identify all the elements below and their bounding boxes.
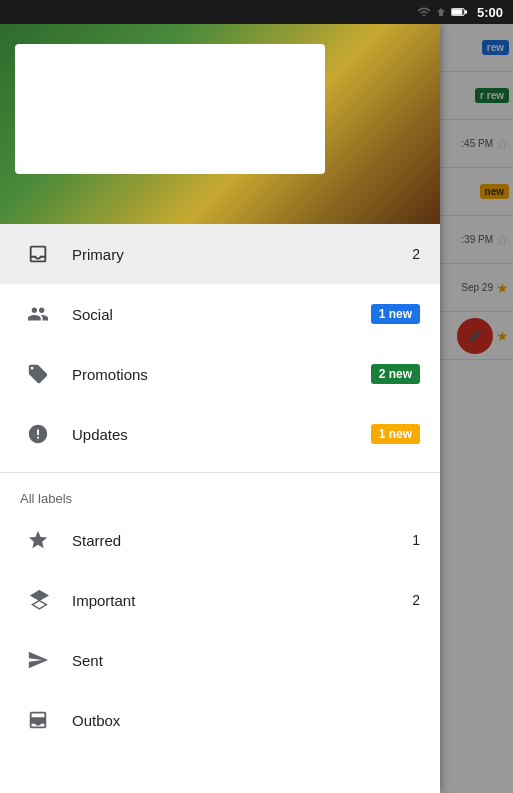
drawer-scrim[interactable]	[440, 24, 513, 793]
sidebar-item-sent[interactable]: Sent	[0, 630, 440, 690]
navigation-drawer: Primary 2 Social 1 new Promotions 2 new …	[0, 24, 440, 793]
sent-icon	[20, 642, 56, 678]
all-labels-heading: All labels	[0, 481, 440, 510]
sidebar-item-updates[interactable]: Updates 1 new	[0, 404, 440, 464]
important-label: Important	[72, 592, 412, 609]
sidebar-item-outbox[interactable]: Outbox	[0, 690, 440, 750]
updates-label: Updates	[72, 426, 371, 443]
promotions-icon	[20, 356, 56, 392]
sidebar-item-important[interactable]: Important 2	[0, 570, 440, 630]
sidebar-item-promotions[interactable]: Promotions 2 new	[0, 344, 440, 404]
svg-rect-1	[452, 9, 463, 14]
outbox-label: Outbox	[72, 712, 420, 729]
important-count: 2	[412, 592, 420, 608]
status-bar: 5:00	[0, 0, 513, 24]
starred-label: Starred	[72, 532, 412, 549]
header-white-box	[15, 44, 325, 174]
svg-rect-2	[465, 10, 467, 13]
status-icons: 5:00	[417, 5, 503, 20]
sidebar-item-primary[interactable]: Primary 2	[0, 224, 440, 284]
sidebar-item-starred[interactable]: Starred 1	[0, 510, 440, 570]
inbox-icon	[20, 236, 56, 272]
sent-label: Sent	[72, 652, 420, 669]
sidebar-item-social[interactable]: Social 1 new	[0, 284, 440, 344]
social-label: Social	[72, 306, 371, 323]
status-time: 5:00	[477, 5, 503, 20]
wifi-icon	[417, 5, 431, 19]
drawer-header	[0, 24, 440, 224]
starred-count: 1	[412, 532, 420, 548]
outbox-icon	[20, 702, 56, 738]
primary-label: Primary	[72, 246, 412, 263]
primary-count: 2	[412, 246, 420, 262]
important-icon	[20, 582, 56, 618]
social-icon	[20, 296, 56, 332]
social-badge: 1 new	[371, 304, 420, 324]
updates-icon	[20, 416, 56, 452]
star-icon	[20, 522, 56, 558]
signal-icon	[435, 5, 447, 19]
battery-icon	[451, 6, 467, 18]
updates-badge: 1 new	[371, 424, 420, 444]
promotions-badge: 2 new	[371, 364, 420, 384]
section-divider-1	[0, 472, 440, 473]
promotions-label: Promotions	[72, 366, 371, 383]
